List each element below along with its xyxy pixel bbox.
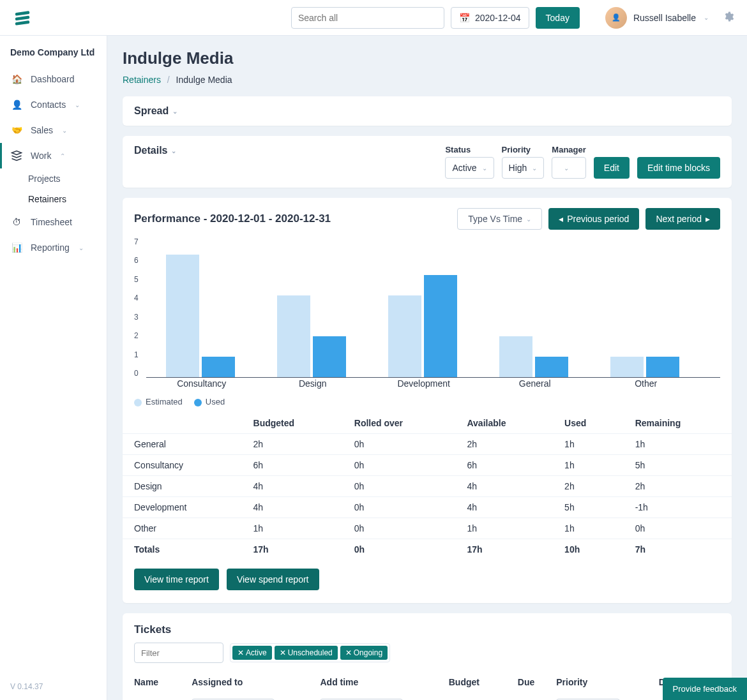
filter-tag[interactable]: ✕ Ongoing [340, 646, 388, 660]
chart-view-select[interactable]: Type Vs Time ⌄ [457, 208, 542, 230]
spread-header[interactable]: Spread ⌄ [123, 96, 732, 126]
version-label: V 0.14.37 [0, 673, 107, 700]
chevron-down-icon: ⌄ [75, 101, 80, 108]
chevron-left-icon: ◂ [559, 214, 563, 224]
dashboard-icon: 🏠 [10, 73, 23, 86]
chart-view-label: Type Vs Time [468, 214, 522, 224]
performance-table: BudgetedRolled overAvailableUsedRemainin… [123, 413, 732, 560]
sidebar-item-reporting[interactable]: 📊 Reporting ⌄ [0, 235, 107, 260]
close-icon[interactable]: ✕ [345, 648, 352, 657]
spread-title: Spread [134, 105, 169, 117]
work-icon [10, 149, 23, 162]
chevron-down-icon: ⌄ [172, 108, 177, 115]
gear-icon[interactable] [723, 11, 734, 24]
priority-value: High [509, 163, 527, 173]
reporting-icon: 📊 [10, 241, 23, 254]
close-icon[interactable]: ✕ [280, 648, 286, 657]
manager-select[interactable]: ⌄ [552, 157, 585, 179]
edit-time-blocks-button[interactable]: Edit time blocks [637, 157, 720, 179]
sidebar-item-label: Work [31, 151, 51, 161]
calendar-icon: 📅 [459, 13, 470, 23]
chevron-down-icon: ⌄ [62, 127, 67, 134]
sidebar-subitem-projects[interactable]: Projects [0, 168, 107, 189]
sidebar-item-label: Timesheet [31, 217, 72, 227]
chevron-right-icon: ▸ [706, 214, 710, 224]
contacts-icon: 👤 [10, 98, 23, 111]
sidebar-item-work[interactable]: Work ⌃ [0, 143, 107, 168]
sidebar-item-timesheet[interactable]: ⏱ Timesheet [0, 209, 107, 235]
prev-label: Previous period [567, 214, 629, 224]
sidebar-subitem-retainers[interactable]: Retainers [0, 189, 107, 209]
view-spend-report-button[interactable]: View spend report [227, 569, 319, 590]
sidebar-item-dashboard[interactable]: 🏠 Dashboard [0, 66, 107, 92]
user-name[interactable]: Russell Isabelle [633, 13, 696, 23]
page-title: Indulge Media [123, 48, 732, 68]
ticket-filter-tags: ✕ Active✕ Unscheduled✕ Ongoing [230, 643, 390, 662]
sidebar-item-contacts[interactable]: 👤 Contacts ⌄ [0, 92, 107, 117]
chevron-down-icon: ⌄ [79, 244, 84, 251]
priority-label: Priority [502, 145, 545, 154]
tickets-title: Tickets [123, 613, 732, 643]
filter-tag[interactable]: ✕ Active [232, 646, 272, 660]
chevron-down-icon: ⌄ [171, 147, 176, 154]
legend-item-estimated: Estimated [134, 397, 183, 406]
svg-rect-1 [15, 15, 30, 20]
legend-item-used: Used [194, 397, 225, 406]
table-row: Design ✕RI + 5h logged Me [123, 694, 732, 700]
breadcrumb-root[interactable]: Retainers [123, 75, 161, 85]
next-label: Next period [656, 214, 702, 224]
next-period-button[interactable]: Next period ▸ [645, 208, 720, 230]
date-value: 2020-12-04 [475, 13, 521, 23]
chevron-down-icon: ⌄ [704, 14, 709, 21]
performance-title: Performance - 2020-12-01 - 2020-12-31 [134, 212, 331, 225]
sidebar-item-sales[interactable]: 🤝 Sales ⌄ [0, 117, 107, 143]
status-value: Active [452, 163, 476, 173]
status-select[interactable]: Active ⌄ [445, 157, 494, 179]
breadcrumb-current: Indulge Media [176, 75, 232, 85]
priority-select[interactable]: High ⌄ [502, 157, 545, 179]
date-picker[interactable]: 📅 2020-12-04 [451, 7, 529, 29]
chevron-down-icon: ⌄ [564, 165, 569, 172]
status-label: Status [445, 145, 494, 154]
sidebar-item-label: Reporting [31, 242, 70, 253]
chevron-down-icon: ⌄ [482, 165, 487, 172]
avatar[interactable]: 👤 [605, 7, 627, 29]
sales-icon: 🤝 [10, 124, 23, 137]
chart-y-axis: 76543210 [134, 235, 146, 388]
svg-rect-0 [15, 11, 30, 16]
details-header[interactable]: Details ⌄ [134, 145, 176, 156]
timesheet-icon: ⏱ [10, 216, 23, 228]
chart-plot: ConsultancyDesignDevelopmentGeneralOther [146, 235, 720, 378]
tickets-table: NameAssigned toAdd timeBudgetDuePriority… [123, 671, 732, 700]
view-time-report-button[interactable]: View time report [134, 569, 219, 590]
budget-value: 5h logged [449, 694, 518, 700]
filter-tag[interactable]: ✕ Unscheduled [275, 646, 338, 660]
edit-button[interactable]: Edit [594, 157, 630, 179]
search-input[interactable] [291, 7, 444, 29]
chevron-down-icon: ⌄ [526, 216, 531, 223]
provide-feedback-button[interactable]: Provide feedback [663, 678, 747, 700]
previous-period-button[interactable]: ◂ Previous period [548, 208, 639, 230]
chevron-down-icon: ⌄ [532, 165, 537, 172]
chevron-up-icon: ⌃ [60, 153, 65, 160]
ticket-filter-input[interactable] [134, 643, 223, 663]
sidebar-item-label: Contacts [31, 100, 66, 110]
due-value [518, 694, 556, 700]
today-button[interactable]: Today [536, 7, 580, 29]
logo-icon[interactable] [13, 8, 32, 27]
sidebar-item-label: Sales [31, 125, 53, 135]
breadcrumb: Retainers / Indulge Media [123, 75, 732, 85]
details-title: Details [134, 145, 167, 156]
manager-label: Manager [552, 145, 585, 154]
svg-rect-2 [15, 20, 30, 26]
close-icon[interactable]: ✕ [238, 648, 244, 657]
company-name: Demo Company Ltd [0, 47, 107, 66]
sidebar-item-label: Dashboard [31, 74, 75, 84]
